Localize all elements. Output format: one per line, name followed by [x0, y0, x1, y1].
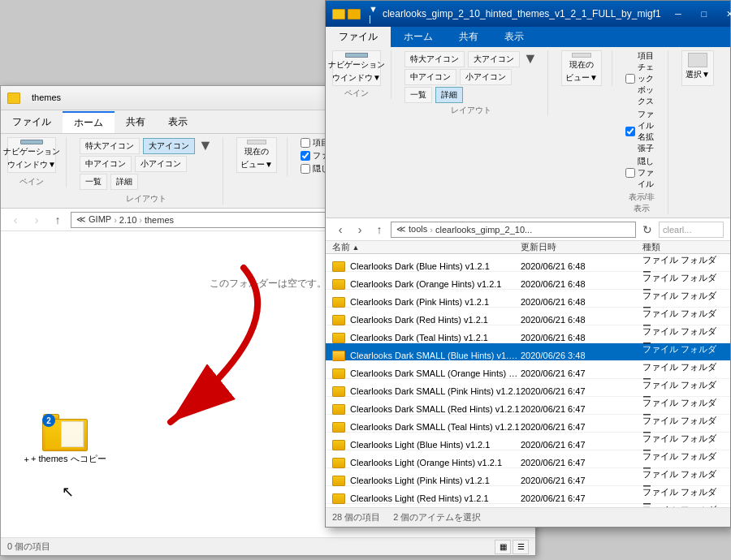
front-address-bar: ‹ › ↑ ≪ tools › clearlooks_gimp_2_10... … — [326, 218, 730, 241]
front-address-path[interactable]: ≪ tools › clearlooks_gimp_2_10... — [391, 222, 636, 238]
row-filename: Clearlooks Light (Red Hints) v1.2.1 — [350, 493, 489, 503]
table-row[interactable]: Clearlooks Dark (Orange Hints) v1.2.1202… — [326, 272, 730, 290]
table-row[interactable]: Clearlooks Light (Pink Hints) v1.2.12020… — [326, 468, 730, 486]
row-date: 2020/06/21 6:47 — [521, 404, 642, 414]
ext-checkbox[interactable] — [301, 151, 310, 161]
front-path-folder: clearlooks_gimp_2_10... — [435, 225, 532, 235]
list-btn[interactable]: 一覧 — [80, 174, 107, 190]
front-minimize[interactable]: ─ — [666, 6, 690, 22]
item-check-checkbox[interactable] — [301, 138, 310, 148]
front-cb-hidden: 隠しファイル — [625, 156, 658, 190]
front-item-cb[interactable] — [625, 74, 635, 84]
front-tab-home[interactable]: ホーム — [391, 27, 446, 47]
front-list-btn[interactable]: 一覧 — [404, 87, 432, 103]
row-date: 2020/06/21 6:47 — [521, 386, 642, 396]
front-nav-forward[interactable]: › — [352, 222, 368, 238]
table-row[interactable]: Clearlooks Dark (Blue Hints) v1.2.12020/… — [326, 254, 730, 272]
front-hidden-cb[interactable] — [625, 168, 635, 178]
table-row[interactable]: Clearlooks Dark SMALL (Blue Hints) v1.2.… — [326, 343, 730, 361]
row-folder-icon — [332, 297, 345, 308]
layout-row-2: 中アイコン 小アイコン — [80, 156, 213, 172]
tab-view[interactable]: 表示 — [157, 110, 199, 133]
hidden-checkbox[interactable] — [301, 164, 310, 174]
layout-label: レイアウト — [80, 193, 213, 205]
front-ext-cb[interactable] — [625, 127, 635, 136]
table-row[interactable]: Clearlooks Dark SMALL (Orange Hints) v1.… — [326, 361, 730, 379]
front-select-btn[interactable]: 選択▼ — [681, 50, 714, 86]
col-name[interactable]: 名前 — [332, 241, 521, 253]
front-nav-arrows: ▼ | — [369, 4, 378, 24]
table-row[interactable]: Clearlooks Dark SMALL (Pink Hints) v1.2.… — [326, 379, 730, 397]
status-view-btn1[interactable]: ▦ — [495, 540, 511, 554]
row-date: 2020/06/21 6:47 — [521, 368, 642, 378]
front-tab-file[interactable]: ファイル — [326, 27, 391, 47]
front-pane-label: ペイン — [332, 88, 381, 99]
col-date[interactable]: 更新日時 — [521, 241, 642, 253]
details-btn[interactable]: 詳細 — [110, 174, 138, 190]
table-row[interactable]: Clearlooks Dark SMALL (Teal Hints) v1.2.… — [326, 415, 730, 433]
pane-label: ペイン — [7, 176, 56, 187]
front-tab-view[interactable]: 表示 — [491, 27, 537, 47]
row-name: Clearlooks Dark (Pink Hints) v1.2.1 — [332, 297, 521, 308]
front-close[interactable]: ✕ — [718, 6, 731, 22]
table-row[interactable]: Clearlooks Light (Orange Hints) v1.2.120… — [326, 450, 730, 468]
table-row[interactable]: Clearlooks Dark (Pink Hints) v1.2.12020/… — [326, 290, 730, 308]
current-view-btn[interactable]: 現在のビュー▼ — [236, 137, 277, 173]
extra-large-icon-btn[interactable]: 特大アイコン — [80, 138, 140, 154]
front-folder-icon-1 — [332, 9, 345, 19]
tab-file[interactable]: ファイル — [1, 110, 63, 133]
row-filename: Clearlooks Dark SMALL (Orange Hints) v1.… — [350, 368, 521, 378]
nav-pane-button[interactable]: ナビゲーション ウインドウ▼ — [7, 137, 56, 173]
front-nav-refresh[interactable]: ↻ — [639, 222, 655, 238]
front-maximize[interactable]: □ — [692, 6, 716, 22]
row-folder-icon — [332, 315, 345, 325]
front-win-controls: ─ □ ✕ — [666, 6, 731, 22]
front-view-btn[interactable]: 現在のビュー▼ — [561, 50, 602, 86]
drag-folder[interactable]: 2 + + themes へコピー — [32, 414, 97, 471]
front-window: ▼ | clearlooks_gimp_2_10_hinted_themes_v… — [325, 0, 731, 528]
col-type[interactable]: 種類 — [642, 241, 724, 253]
footer-total: 28 個の項目 — [332, 511, 380, 523]
table-row[interactable]: Clearlooks Light (Red Hints) v1.2.12020/… — [326, 486, 730, 504]
row-name: Clearlooks Light (Blue Hints) v1.2.1 — [332, 440, 521, 450]
tab-share[interactable]: 共有 — [115, 110, 157, 133]
drag-badge: 2 — [42, 414, 55, 427]
front-nav-back[interactable]: ‹ — [332, 222, 348, 238]
row-folder-icon — [332, 368, 345, 379]
row-filename: Clearlooks Dark (Orange Hints) v1.2.1 — [350, 279, 501, 289]
tab-home[interactable]: ホーム — [63, 111, 115, 133]
row-name: Clearlooks Dark (Red Hints) v1.2.1 — [332, 315, 521, 325]
front-layout-label: レイアウト — [404, 105, 538, 116]
front-tab-share[interactable]: 共有 — [446, 27, 491, 47]
row-filename: Clearlooks Light (Orange Hints) v1.2.1 — [350, 458, 502, 467]
front-layout-row2: 中アイコン 小アイコン — [404, 69, 538, 85]
large-icon-btn[interactable]: 大アイコン — [143, 138, 195, 154]
front-large-btn[interactable]: 大アイコン — [468, 51, 520, 67]
back-nav-back[interactable]: ‹ — [7, 212, 24, 228]
front-search-box[interactable]: clearl... — [659, 222, 724, 238]
medium-icon-btn[interactable]: 中アイコン — [80, 156, 132, 172]
table-row[interactable]: Clearlooks Dark (Red Hints) v1.2.12020/0… — [326, 308, 730, 325]
footer-selected: 2 個のアイテムを選択 — [393, 511, 481, 523]
back-nav-forward[interactable]: › — [28, 212, 45, 228]
front-ribbon-tabs: ファイル ホーム 共有 表示 — [326, 27, 730, 47]
table-row[interactable]: Clearlooks Dark SMALL (Red Hints) v1.2.1… — [326, 397, 730, 415]
back-nav-up[interactable]: ↑ — [50, 212, 66, 228]
row-name: Clearlooks Dark SMALL (Red Hints) v1.2.1 — [332, 404, 521, 415]
front-details-btn[interactable]: 詳細 — [435, 87, 463, 103]
copy-text: + themes へコピー — [31, 453, 106, 465]
small-icon-btn[interactable]: 小アイコン — [135, 156, 187, 172]
front-small-btn[interactable]: 小アイコン — [460, 69, 512, 85]
front-medium-btn[interactable]: 中アイコン — [404, 69, 456, 85]
row-folder-icon — [332, 493, 345, 504]
front-extra-large-btn[interactable]: 特大アイコン — [404, 51, 465, 67]
front-showhide-label: 表示/非表示 — [625, 192, 658, 214]
table-row[interactable]: Clearlooks Dark (Teal Hints) v1.2.12020/… — [326, 325, 730, 343]
table-row[interactable]: Clearlooks Light (Blue Hints) v1.2.12020… — [326, 433, 730, 450]
front-nav-up[interactable]: ↑ — [371, 222, 387, 238]
front-layout-row1: 特大アイコン 大アイコン ▼ — [404, 50, 538, 67]
front-nav-pane-btn[interactable]: ナビゲーションウインドウ▼ — [332, 50, 381, 86]
row-folder-icon — [332, 458, 345, 468]
status-view-btn2[interactable]: ☰ — [513, 540, 529, 554]
table-header: 名前 更新日時 種類 — [326, 241, 730, 254]
